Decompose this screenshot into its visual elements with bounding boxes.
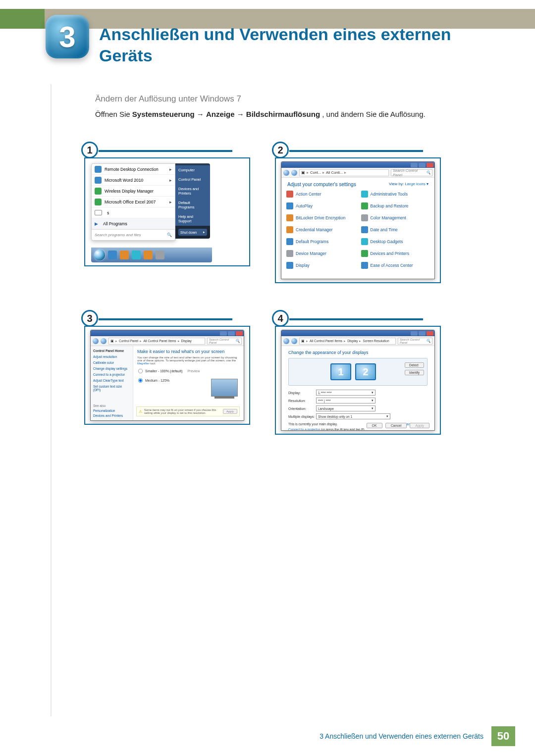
sidebar-devices-printers[interactable]: Devices and Printers xyxy=(93,414,130,417)
start-menu-left: Remote Desktop Connection▸ Microsoft Wor… xyxy=(91,163,175,241)
select-resolution[interactable]: **** | ****▾ xyxy=(316,398,375,403)
start-right-devices[interactable]: Devices and Printers xyxy=(175,184,210,198)
select-display[interactable]: 1.**** ****▾ xyxy=(316,390,375,396)
cp-viewby-value[interactable]: Large icons xyxy=(405,182,425,186)
step-2-wrap: 2 ▣ ▸Cont... ▸All Conti... ▸ xyxy=(275,145,441,283)
window-frame: ▣ ▸Control Panel ▸All Control Panel Item… xyxy=(90,330,244,421)
back-button-icon[interactable] xyxy=(93,338,99,344)
minimize-button[interactable] xyxy=(411,331,418,336)
screenshot-start-menu: Remote Desktop Connection▸ Microsoft Wor… xyxy=(84,157,250,266)
start-right-default[interactable]: Default Programs xyxy=(175,198,210,212)
minimize-button[interactable] xyxy=(220,331,227,336)
sidebar-custom-dpi[interactable]: Set custom text size (DPI) xyxy=(93,385,130,392)
minimize-button[interactable] xyxy=(411,163,418,167)
excel-icon xyxy=(95,199,102,205)
start-item-rdc[interactable]: Remote Desktop Connection▸ xyxy=(92,164,175,175)
cp-devices-printers[interactable]: Devices and Printers xyxy=(360,249,431,258)
maximize-button[interactable] xyxy=(419,331,426,336)
apply-button[interactable]: Apply xyxy=(410,423,429,428)
cp-datetime[interactable]: Date and Time xyxy=(360,225,431,235)
breadcrumb[interactable]: ▣ ▸Cont... ▸All Conti... ▸ xyxy=(299,169,389,176)
sidebar-personalization[interactable]: Personalization xyxy=(93,409,130,412)
start-orb-icon[interactable] xyxy=(94,250,105,260)
cp-viewby[interactable]: View by: Large icons ▾ xyxy=(389,182,428,187)
cp-admin-tools[interactable]: Administrative Tools xyxy=(360,189,431,199)
taskbar-ie-icon[interactable] xyxy=(108,251,117,259)
step-3-wrap: 3 ▣ ▸Control Panel ▸All Control Panel It… xyxy=(84,313,250,435)
sidebar-connect-projector[interactable]: Connect to a projector xyxy=(93,373,130,376)
cp-action-center[interactable]: Action Center xyxy=(285,189,356,199)
cp-autoplay[interactable]: AutoPlay xyxy=(285,201,356,211)
display-arrangement[interactable]: 1 2 Detect Identify xyxy=(288,358,428,386)
maximize-button[interactable] xyxy=(419,163,426,167)
shutdown-button[interactable]: Shut down▸ xyxy=(178,229,207,236)
cp-credential[interactable]: Credential Manager xyxy=(285,225,356,235)
start-all-programs[interactable]: ▶All Programs xyxy=(92,218,175,229)
detect-button[interactable]: Detect xyxy=(405,362,424,368)
cp-search-input[interactable]: Search Control Panel🔍 xyxy=(391,169,432,176)
magnifier-link[interactable]: Magnifier xyxy=(137,362,150,365)
close-button[interactable] xyxy=(236,331,243,336)
screenshot-screen-resolution: ▣ ▸All Control Panel Items ▸Display ▸Scr… xyxy=(275,326,441,435)
cp-gadgets[interactable]: Desktop Gadgets xyxy=(360,237,431,247)
start-search-input[interactable]: Search programs and files🔍 xyxy=(92,229,175,240)
monitor-2[interactable]: 2 xyxy=(355,363,376,380)
select-orientation[interactable]: Landscape▾ xyxy=(316,405,375,411)
display-search-input[interactable]: Search Control Panel🔍 xyxy=(207,338,242,345)
sidebar-calibrate-color[interactable]: Calibrate color xyxy=(93,361,130,364)
cp-default-programs[interactable]: Default Programs xyxy=(285,237,356,247)
start-item-word[interactable]: Microsoft Word 2010▸ xyxy=(92,175,175,186)
close-button[interactable] xyxy=(427,331,433,336)
back-button-icon[interactable] xyxy=(283,170,289,176)
breadcrumb[interactable]: ▣ ▸Control Panel ▸All Control Panel Item… xyxy=(108,338,205,345)
instruction-bold-1: Systemsteuerung xyxy=(132,110,195,118)
start-item-pinned[interactable]: s xyxy=(92,207,175,218)
forward-button-icon[interactable] xyxy=(291,170,297,176)
start-right-controlpanel[interactable]: Control Panel xyxy=(175,175,210,184)
cp-device-manager[interactable]: Device Manager xyxy=(285,249,356,258)
taskbar-app-icon[interactable] xyxy=(156,251,164,259)
forward-button-icon[interactable] xyxy=(291,338,297,344)
taskbar-ie-icon-2[interactable] xyxy=(132,251,141,259)
back-button-icon[interactable] xyxy=(283,338,289,344)
sidebar-cleartype[interactable]: Adjust ClearType text xyxy=(93,379,130,382)
screenshot-control-panel: ▣ ▸Cont... ▸All Conti... ▸ Search Contro… xyxy=(275,157,441,283)
taskbar-media-icon[interactable] xyxy=(144,251,153,259)
cp-heading: Adjust your computer's settings xyxy=(287,182,356,187)
cp-ease-access[interactable]: Ease of Access Center xyxy=(360,260,431,270)
sidebar-change-display[interactable]: Change display settings xyxy=(93,367,130,370)
apply-button[interactable]: Apply xyxy=(223,409,237,414)
start-item-wdm[interactable]: Wireless Display Manager xyxy=(92,186,175,197)
cp-backup[interactable]: Backup and Restore xyxy=(360,201,431,211)
connect-projector-link[interactable]: Connect to a projector xyxy=(288,428,320,431)
taskbar-folder-icon[interactable] xyxy=(120,251,129,259)
res-search-input[interactable]: Search Control Panel🔍 xyxy=(398,338,432,345)
instruction-arrow-2: → xyxy=(237,110,246,118)
sidebar-adjust-resolution[interactable]: Adjust resolution xyxy=(93,355,130,358)
detect-identify-buttons: Detect Identify xyxy=(405,362,424,375)
start-right-computer[interactable]: Computer xyxy=(175,165,210,175)
breadcrumb[interactable]: ▣ ▸All Control Panel Items ▸Display ▸Scr… xyxy=(299,338,396,345)
explorer-toolbar: ▣ ▸All Control Panel Items ▸Display ▸Scr… xyxy=(281,336,434,346)
forward-button-icon[interactable] xyxy=(101,338,107,344)
cp-bitlocker[interactable]: BitLocker Drive Encryption xyxy=(285,213,356,223)
monitor-1[interactable]: 1 xyxy=(330,363,351,380)
search-icon: 🔍 xyxy=(426,170,430,175)
start-menu-right: Computer Control Panel Devices and Print… xyxy=(175,163,210,239)
start-right-help[interactable]: Help and Support xyxy=(175,212,210,226)
window-titlebar xyxy=(281,330,434,336)
radio-smaller[interactable]: Smaller - 100% (default) Preview xyxy=(137,368,240,374)
start-item-excel[interactable]: Microsoft Office Excel 2007▸ xyxy=(92,197,175,207)
ok-button[interactable]: OK xyxy=(367,423,382,428)
cp-color-mgmt[interactable]: Color Management xyxy=(360,213,431,223)
section-title: Ändern der Auflösung unter Windows 7 xyxy=(95,94,241,104)
select-multiple-displays[interactable]: Show desktop only on 1▾ xyxy=(316,413,390,419)
chapter-number: 3 xyxy=(59,20,75,54)
ease-access-icon xyxy=(361,262,368,269)
cp-display[interactable]: Display xyxy=(285,260,356,270)
identify-button[interactable]: Identify xyxy=(405,370,424,375)
maximize-button[interactable] xyxy=(228,331,235,336)
color-icon xyxy=(361,214,368,221)
close-button[interactable] xyxy=(427,163,433,167)
cancel-button[interactable]: Cancel xyxy=(385,423,407,428)
